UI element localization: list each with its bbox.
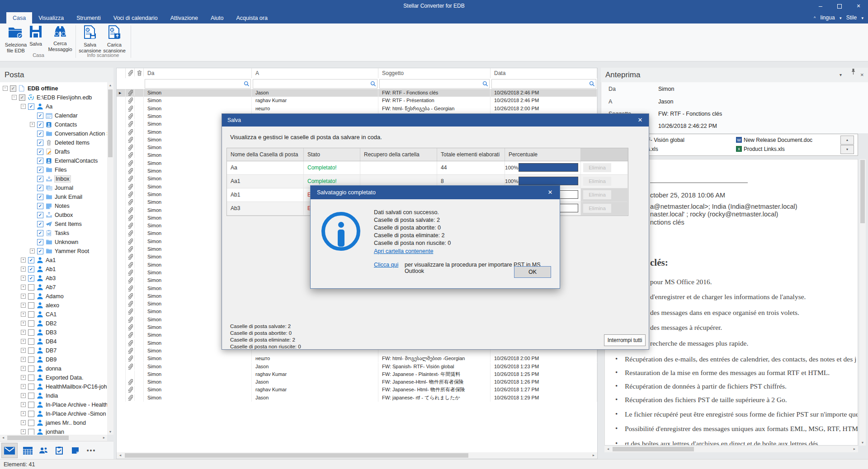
- tree-item-tasks[interactable]: ✓Tasks: [30, 230, 69, 239]
- attachment-scroll-up[interactable]: ▲: [840, 136, 854, 145]
- mail-icon[interactable]: [2, 443, 17, 458]
- expand-icon[interactable]: +: [21, 321, 26, 326]
- tree-checkbox[interactable]: [28, 393, 34, 399]
- tree-item-outbox[interactable]: ✓Outbox: [30, 211, 73, 220]
- table-row[interactable]: SimonнештоFW: html- წესრიგება - Georgian…: [117, 105, 597, 113]
- table-row[interactable]: Simonraghav KumarFW: Japanese - Plaintex…: [117, 371, 597, 378]
- tree-checkbox[interactable]: [28, 329, 34, 336]
- tab-aiuto[interactable]: Aiuto: [204, 12, 230, 23]
- collapse-icon[interactable]: −: [12, 95, 17, 100]
- expand-icon[interactable]: +: [21, 294, 26, 299]
- tree-item-sent-items[interactable]: ✓Sent Items: [30, 220, 82, 230]
- tree-item-calendar[interactable]: ✓Calendar: [30, 112, 78, 121]
- expand-icon[interactable]: +: [21, 330, 26, 335]
- attachment-column-header[interactable]: [126, 68, 135, 76]
- tree-item-deleted-items[interactable]: ✓Deleted Items: [30, 139, 90, 148]
- tree-checkbox[interactable]: ✓: [28, 275, 34, 281]
- save-complete-close-icon[interactable]: ✕: [543, 186, 557, 199]
- expand-icon[interactable]: +: [30, 249, 35, 253]
- tree-checkbox[interactable]: [28, 375, 34, 381]
- tab-voci-di-calendario[interactable]: Voci di calendario: [107, 12, 164, 23]
- tree-checkbox[interactable]: [28, 411, 34, 417]
- collapse-ribbon-icon[interactable]: ^: [814, 16, 816, 20]
- table-row[interactable]: SimonнештоFW: html- მოგესალმებით -Georgi…: [117, 355, 597, 362]
- expand-icon[interactable]: +: [21, 375, 26, 380]
- tree-item-edb-offline[interactable]: −✓EDB offline: [3, 85, 58, 94]
- tree-checkbox[interactable]: [28, 366, 34, 372]
- tree-checkbox[interactable]: [28, 347, 34, 354]
- list-horizontal-scrollbar[interactable]: ◄ ►: [117, 452, 597, 459]
- tree-item-ab3[interactable]: +✓Ab3: [21, 275, 56, 284]
- language-menu[interactable]: lingua: [821, 14, 835, 21]
- click-here-link[interactable]: Clicca qui: [374, 262, 398, 268]
- tree-item-healthmailbox-pc16-john[interactable]: +HealthMailbox-PC16-john: [21, 383, 108, 392]
- attachment-item[interactable]: XProduct Links.xls: [736, 146, 785, 152]
- tree-item-india[interactable]: +India: [21, 392, 58, 401]
- filter-a-input[interactable]: [253, 79, 377, 89]
- tree-checkbox[interactable]: [28, 429, 34, 435]
- expand-icon[interactable]: +: [21, 384, 26, 389]
- collapse-icon[interactable]: −: [21, 104, 26, 109]
- tree-item-in-place-archive-simon[interactable]: +In-Place Archive -Simon: [21, 410, 106, 419]
- expand-icon[interactable]: +: [21, 258, 26, 263]
- expand-icon[interactable]: +: [21, 429, 26, 434]
- column-header-a[interactable]: A: [252, 68, 378, 78]
- table-row[interactable]: SimonJasonFW: Japanese-Html- 物件所有者保険10/2…: [117, 378, 597, 386]
- tree-item-e-edb-files-john-edb[interactable]: −✓E:\EDB Files\john.edb: [12, 94, 92, 103]
- tree-checkbox[interactable]: ✓: [37, 167, 43, 173]
- tree-checkbox[interactable]: [28, 384, 34, 390]
- delete-button[interactable]: Elimina: [583, 177, 611, 186]
- tree-checkbox[interactable]: ✓: [37, 239, 43, 245]
- expand-icon[interactable]: +: [21, 357, 26, 362]
- tree-item-aa[interactable]: −✓Aa: [21, 103, 52, 112]
- tree-checkbox[interactable]: ✓: [37, 140, 43, 146]
- expand-icon[interactable]: +: [21, 312, 26, 317]
- tree-item-inbox[interactable]: ✓Inbox: [30, 175, 71, 184]
- pin-icon[interactable]: [851, 68, 856, 75]
- tree-checkbox[interactable]: [28, 402, 34, 408]
- contacts-icon[interactable]: [36, 443, 51, 458]
- delete-button[interactable]: Elimina: [583, 204, 611, 213]
- tree-checkbox[interactable]: ✓: [28, 103, 34, 110]
- tab-attivazione[interactable]: Attivazione: [164, 12, 204, 23]
- close-button[interactable]: ×: [849, 0, 868, 12]
- tree-checkbox[interactable]: [28, 338, 34, 345]
- attachment-item[interactable]: WNew Release Document.doc: [736, 137, 812, 143]
- expand-icon[interactable]: +: [21, 420, 26, 425]
- tree-checkbox[interactable]: ✓: [37, 230, 43, 236]
- expand-icon[interactable]: +: [21, 339, 26, 344]
- filter-soggetto-input[interactable]: [379, 79, 490, 89]
- more-icon[interactable]: •••: [84, 443, 99, 458]
- save-dialog-close-icon[interactable]: ✕: [633, 114, 647, 127]
- style-menu[interactable]: Stile: [846, 14, 857, 21]
- table-row[interactable]: Simonraghav KumarFW: Japanese- Html- 物件所…: [117, 386, 597, 394]
- expand-icon[interactable]: +: [21, 303, 26, 308]
- tree-checkbox[interactable]: ✓: [37, 212, 43, 218]
- language-dropdown-icon[interactable]: ▾: [840, 16, 842, 20]
- tree-checkbox[interactable]: ✓: [28, 257, 34, 263]
- tree-checkbox[interactable]: [28, 311, 34, 318]
- tree-item-ab7[interactable]: +Ab7: [21, 284, 56, 293]
- save-dialog-titlebar[interactable]: Salva ✕: [222, 114, 649, 127]
- expand-icon[interactable]: +: [21, 402, 26, 407]
- tree-item-aa1[interactable]: +✓Aa1: [21, 257, 56, 266]
- tree-item-exported-data[interactable]: +Exported Data.: [21, 374, 83, 383]
- tab-strumenti[interactable]: Strumenti: [70, 12, 107, 23]
- table-row[interactable]: SimonJasonFW: Spanish- RTF- Visión globa…: [117, 363, 597, 371]
- expand-icon[interactable]: +: [21, 411, 26, 416]
- notes-icon[interactable]: [67, 443, 83, 458]
- deleted-column-header[interactable]: [135, 68, 144, 76]
- tree-checkbox[interactable]: ✓: [37, 194, 43, 200]
- tree-item-ca1[interactable]: +CA1: [21, 311, 57, 320]
- tree-checkbox[interactable]: [28, 284, 34, 291]
- preview-horizontal-scrollbar[interactable]: ◄ ►: [604, 446, 858, 452]
- minimize-button[interactable]: –: [811, 0, 830, 12]
- tree-item-adamo[interactable]: +Adamo: [21, 293, 64, 302]
- attachment-scroll-down[interactable]: ▼: [840, 145, 854, 154]
- column-header-data[interactable]: Data: [491, 68, 597, 78]
- expand-icon[interactable]: +: [21, 276, 26, 281]
- tab-acquista-ora[interactable]: Acquista ora: [230, 12, 274, 23]
- save-complete-titlebar[interactable]: Salvataggio completato ✕: [311, 186, 560, 199]
- tree-checkbox[interactable]: [28, 356, 34, 363]
- tree-item-contacts[interactable]: +✓Contacts: [30, 121, 77, 130]
